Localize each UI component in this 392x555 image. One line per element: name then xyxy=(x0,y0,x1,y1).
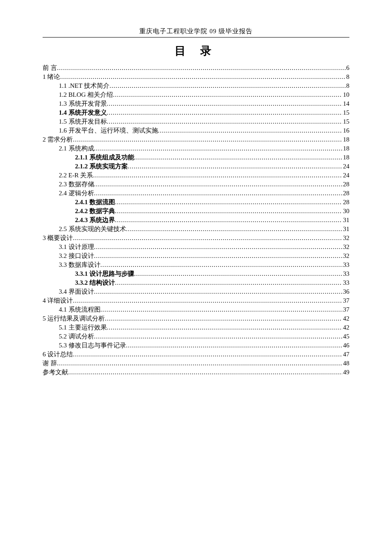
toc-dots xyxy=(107,117,343,126)
toc-entry[interactable]: 3.3.2 结构设计33 xyxy=(43,278,349,287)
toc-entry-label: 4.1 系统流程图 xyxy=(59,305,101,314)
toc-entry[interactable]: 6 设计总结47 xyxy=(43,350,349,359)
toc-dots xyxy=(57,64,346,72)
toc-entry-page: 28 xyxy=(342,180,349,189)
toc-entry-page: 33 xyxy=(342,269,349,278)
toc-entry[interactable]: 3 概要设计32 xyxy=(43,234,349,243)
toc-entry[interactable]: 1.3 系统开发背景14 xyxy=(43,99,349,108)
toc-entry[interactable]: 2.4 逻辑分析28 xyxy=(43,189,349,198)
toc-entry[interactable]: 前 言6 xyxy=(43,64,349,72)
toc-entry[interactable]: 参考文献49 xyxy=(43,368,349,377)
toc-entry-label: 4 详细设计 xyxy=(43,296,73,305)
toc-entry[interactable]: 2.3 数据存储28 xyxy=(43,180,349,189)
toc-entry-label: 2.4.1 数据流图 xyxy=(75,198,115,207)
toc-entry-label: 1.4 系统开发意义 xyxy=(59,108,107,117)
toc-entry[interactable]: 4.1 系统流程图37 xyxy=(43,305,349,314)
toc-entry[interactable]: 2.4.1 数据流图28 xyxy=(43,198,349,207)
toc-entry-page: 18 xyxy=(342,135,349,144)
toc-dots xyxy=(107,323,343,332)
toc-entry-page: 18 xyxy=(342,153,349,162)
toc-entry-label: 3.2 接口设计 xyxy=(59,251,94,260)
toc-entry-page: 37 xyxy=(342,305,349,314)
toc-dots xyxy=(73,350,342,359)
table-of-contents: 前 言61 绪论81.1 .NET 技术简介81.2 BLOG 相关介绍101.… xyxy=(43,64,349,377)
toc-entry-label: 5.2 调试分析 xyxy=(59,332,94,341)
toc-entry[interactable]: 1.1 .NET 技术简介8 xyxy=(43,81,349,90)
toc-entry[interactable]: 2.1 系统构成18 xyxy=(43,144,349,153)
toc-entry[interactable]: 2 需求分析18 xyxy=(43,135,349,144)
toc-entry[interactable]: 3.3 数据库设计33 xyxy=(43,260,349,269)
toc-dots xyxy=(115,198,342,207)
toc-entry-label: 5.3 修改日志与事件记录 xyxy=(59,341,126,350)
toc-entry[interactable]: 2.4.3 系统边界31 xyxy=(43,216,349,225)
toc-dots xyxy=(115,216,342,225)
header-divider xyxy=(43,37,349,38)
toc-dots xyxy=(73,234,342,243)
toc-entry[interactable]: 2.2 E-R 关系24 xyxy=(43,171,349,180)
toc-dots xyxy=(126,341,343,350)
toc-entry-label: 1 绪论 xyxy=(43,72,60,81)
toc-entry-page: 36 xyxy=(342,287,349,296)
toc-entry-label: 2 需求分析 xyxy=(43,135,73,144)
toc-entry-label: 6 设计总结 xyxy=(43,350,73,359)
toc-entry-label: 2.1.1 系统组成及功能 xyxy=(75,153,134,162)
toc-entry-page: 15 xyxy=(342,108,349,117)
toc-entry-label: 2.2 E-R 关系 xyxy=(59,171,93,180)
toc-entry-page: 32 xyxy=(342,251,349,260)
toc-entry[interactable]: 1.4 系统开发意义15 xyxy=(43,108,349,117)
toc-entry[interactable]: 1.5 系统开发目标15 xyxy=(43,117,349,126)
toc-entry[interactable]: 5.2 调试分析45 xyxy=(43,332,349,341)
toc-entry-label: 1.1 .NET 技术简介 xyxy=(59,81,110,90)
toc-entry-page: 28 xyxy=(342,198,349,207)
toc-dots xyxy=(115,278,342,287)
toc-dots xyxy=(158,126,343,135)
toc-entry-label: 1.2 BLOG 相关介绍 xyxy=(59,90,113,99)
toc-entry-label: 谢 辞 xyxy=(43,359,57,368)
toc-entry-label: 3.3 数据库设计 xyxy=(59,260,101,269)
toc-entry-page: 31 xyxy=(342,225,349,234)
toc-dots xyxy=(128,162,342,171)
page-header: 重庆电子工程职业学院 09 级毕业报告 xyxy=(43,27,349,35)
toc-entry-label: 2.1.2 系统实现方案 xyxy=(75,162,128,171)
toc-entry[interactable]: 5.3 修改日志与事件记录46 xyxy=(43,341,349,350)
toc-dots xyxy=(101,260,343,269)
toc-entry-label: 2.4.2 数据字典 xyxy=(75,207,115,216)
toc-entry-page: 30 xyxy=(342,207,349,216)
toc-entry-label: 参考文献 xyxy=(43,368,68,377)
toc-entry-label: 3 概要设计 xyxy=(43,234,73,243)
toc-entry[interactable]: 3.3.1 设计思路与步骤33 xyxy=(43,269,349,278)
toc-entry-label: 1.5 系统开发目标 xyxy=(59,117,107,126)
toc-entry-label: 前 言 xyxy=(43,64,57,72)
toc-dots xyxy=(60,72,345,81)
toc-entry[interactable]: 2.1.2 系统实现方案24 xyxy=(43,162,349,171)
toc-dots xyxy=(107,99,343,108)
toc-entry[interactable]: 3.2 接口设计32 xyxy=(43,251,349,260)
toc-entry[interactable]: 3.1 设计原理32 xyxy=(43,243,349,251)
toc-entry-page: 24 xyxy=(342,171,349,180)
toc-dots xyxy=(115,207,342,216)
toc-entry[interactable]: 3.4 界面设计36 xyxy=(43,287,349,296)
toc-entry-label: 2.1 系统构成 xyxy=(59,144,94,153)
toc-entry[interactable]: 谢 辞48 xyxy=(43,359,349,368)
toc-dots xyxy=(94,287,343,296)
toc-entry-page: 14 xyxy=(342,99,349,108)
toc-entry-page: 49 xyxy=(342,368,349,377)
toc-entry-page: 33 xyxy=(342,260,349,269)
toc-entry[interactable]: 1.6 开发平台、运行环境、测试实施16 xyxy=(43,126,349,135)
toc-entry-label: 1.6 开发平台、运行环境、测试实施 xyxy=(59,126,158,135)
toc-entry[interactable]: 5 运行结果及调试分析42 xyxy=(43,314,349,323)
toc-dots xyxy=(107,108,343,117)
toc-entry[interactable]: 2.1.1 系统组成及功能18 xyxy=(43,153,349,162)
toc-entry[interactable]: 2.4.2 数据字典30 xyxy=(43,207,349,216)
toc-entry-label: 1.3 系统开发背景 xyxy=(59,99,107,108)
toc-entry[interactable]: 2.5 系统实现的关键技术31 xyxy=(43,225,349,234)
toc-entry[interactable]: 1.2 BLOG 相关介绍10 xyxy=(43,90,349,99)
toc-dots xyxy=(57,359,342,368)
toc-entry[interactable]: 1 绪论8 xyxy=(43,72,349,81)
toc-entry[interactable]: 5.1 主要运行效果42 xyxy=(43,323,349,332)
toc-entry[interactable]: 4 详细设计37 xyxy=(43,296,349,305)
toc-entry-label: 5 运行结果及调试分析 xyxy=(43,314,105,323)
toc-dots xyxy=(94,332,343,341)
toc-entry-page: 24 xyxy=(342,162,349,171)
toc-dots xyxy=(94,243,343,251)
